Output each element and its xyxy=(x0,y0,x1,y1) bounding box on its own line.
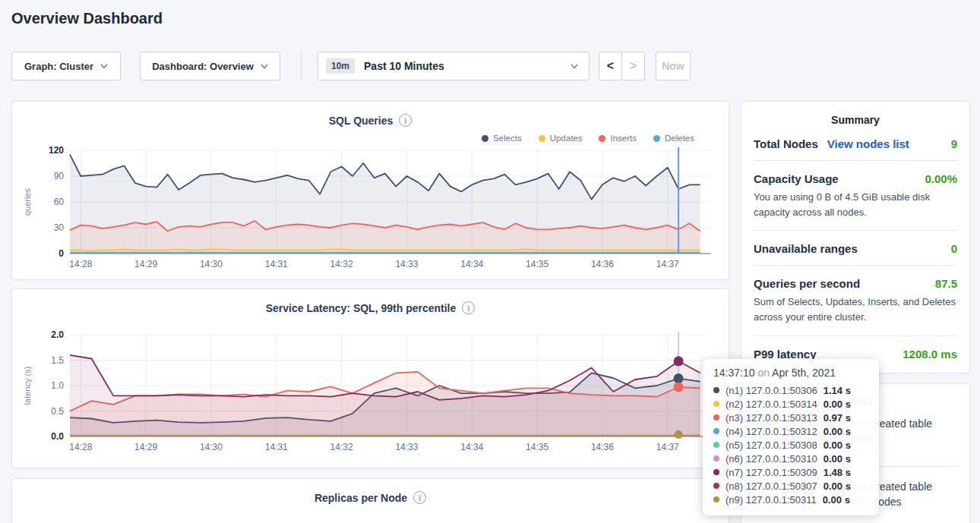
summary-panel: Summary Total Nodes View nodes list 9 Ca… xyxy=(741,101,970,373)
p99-latency-value: 1208.0 ms xyxy=(903,348,957,361)
svg-text:14:29: 14:29 xyxy=(134,259,157,269)
svg-text:1.5: 1.5 xyxy=(51,355,64,366)
summary-unavailable-ranges: Unavailable ranges 0 xyxy=(754,242,957,255)
view-nodes-list-link[interactable]: View nodes list xyxy=(827,137,909,150)
divider xyxy=(754,230,957,231)
replicas-per-node-title: Replicas per Node i xyxy=(12,479,729,504)
info-icon[interactable]: i xyxy=(399,114,412,127)
svg-text:14:28: 14:28 xyxy=(69,442,92,452)
graph-dropdown-label: Graph: Cluster xyxy=(24,61,93,72)
svg-text:14:28: 14:28 xyxy=(69,259,92,269)
svg-text:14:33: 14:33 xyxy=(395,442,418,452)
controls-divider xyxy=(301,52,302,80)
graph-dropdown[interactable]: Graph: Cluster xyxy=(11,52,121,80)
summary-title: Summary xyxy=(741,114,969,126)
svg-text:14:34: 14:34 xyxy=(460,442,483,452)
node-color-dot xyxy=(713,483,719,489)
time-range-badge: 10m xyxy=(326,58,355,74)
svg-text:14:32: 14:32 xyxy=(330,442,353,452)
svg-text:14:35: 14:35 xyxy=(526,259,548,269)
svg-text:14:32: 14:32 xyxy=(330,259,353,269)
tooltip-row: (n5) 127.0.0.1:503080.00 s xyxy=(713,438,868,452)
svg-text:60: 60 xyxy=(54,197,65,207)
chevron-down-icon xyxy=(100,64,108,69)
node-color-dot xyxy=(713,428,719,434)
svg-text:14:37: 14:37 xyxy=(656,442,679,452)
tooltip-row: (n9) 127.0.0.1:503110.00 s xyxy=(713,493,868,506)
svg-text:14:31: 14:31 xyxy=(265,442,288,452)
service-latency-title: Service Latency: SQL, 99th percentile i xyxy=(12,289,729,314)
svg-text:2.0: 2.0 xyxy=(51,329,64,340)
chevron-down-icon xyxy=(571,64,578,69)
node-color-dot xyxy=(713,401,719,407)
svg-text:14:35: 14:35 xyxy=(526,442,548,452)
time-range-dropdown[interactable]: 10m Past 10 Minutes xyxy=(318,52,590,80)
tooltip-row: (n2) 127.0.0.1:503140.00 s xyxy=(713,397,868,411)
tooltip-row: (n1) 127.0.0.1:503061.14 s xyxy=(713,383,868,397)
node-color-dot xyxy=(713,455,719,462)
summary-total-nodes: Total Nodes View nodes list 9 xyxy=(754,137,957,150)
tooltip-row: (n8) 127.0.0.1:503070.00 s xyxy=(713,479,868,493)
tooltip-row: (n4) 127.0.0.1:503120.00 s xyxy=(713,424,868,438)
node-color-dot xyxy=(713,442,719,448)
time-range-label: Past 10 Minutes xyxy=(364,60,444,72)
svg-text:0.0: 0.0 xyxy=(51,431,64,442)
divider xyxy=(754,160,957,161)
svg-text:14:36: 14:36 xyxy=(591,259,614,269)
svg-text:90: 90 xyxy=(54,171,65,181)
divider xyxy=(754,265,957,266)
dashboard-dropdown-label: Dashboard: Overview xyxy=(152,61,254,72)
divider xyxy=(754,336,957,336)
time-now-button[interactable]: Now xyxy=(656,52,691,80)
info-icon[interactable]: i xyxy=(462,301,475,314)
svg-text:14:34: 14:34 xyxy=(460,259,483,269)
summary-capacity-usage: Capacity Usage 0.00% xyxy=(754,172,957,185)
svg-text:14:30: 14:30 xyxy=(200,442,223,452)
unavailable-ranges-value: 0 xyxy=(951,242,957,255)
svg-text:14:37: 14:37 xyxy=(656,259,679,269)
node-color-dot xyxy=(713,414,719,421)
chevron-down-icon xyxy=(261,64,268,69)
tooltip-row: (n6) 127.0.0.1:503100.00 s xyxy=(713,452,868,465)
node-color-dot xyxy=(713,469,719,475)
node-color-dot xyxy=(713,496,719,503)
sql-queries-chart[interactable]: 030609012014:2814:2914:3014:3114:3214:33… xyxy=(18,141,721,278)
chart-hover-tooltip: 14:37:10 on Apr 5th, 2021 (n1) 127.0.0.1… xyxy=(703,359,879,515)
replicas-per-node-card: Replicas per Node i xyxy=(11,478,729,523)
queries-per-second-value: 87.5 xyxy=(935,277,957,290)
svg-text:30: 30 xyxy=(54,222,65,233)
svg-text:14:30: 14:30 xyxy=(200,259,223,269)
page-title: Overview Dashboard xyxy=(11,10,163,27)
queries-per-second-desc: Sum of Selects, Updates, Inserts, and De… xyxy=(754,295,957,325)
dashboard-dropdown[interactable]: Dashboard: Overview xyxy=(140,52,280,80)
time-next-button[interactable]: > xyxy=(621,52,645,80)
info-icon[interactable]: i xyxy=(413,491,426,504)
svg-text:0: 0 xyxy=(58,248,64,259)
svg-text:120: 120 xyxy=(49,145,64,156)
summary-queries-per-second: Queries per second 87.5 xyxy=(754,277,957,290)
next-arrow-icon: > xyxy=(630,59,637,73)
sql-queries-title: SQL Queries i xyxy=(12,102,729,127)
total-nodes-value: 9 xyxy=(951,137,957,150)
time-prev-button[interactable]: < xyxy=(599,52,622,80)
capacity-usage-value: 0.00% xyxy=(925,172,957,185)
svg-text:latency (s): latency (s) xyxy=(23,367,32,405)
service-latency-card: Service Latency: SQL, 99th percentile i … xyxy=(11,288,729,468)
service-latency-chart[interactable]: 0.00.51.01.52.014:2814:2914:3014:3114:32… xyxy=(18,327,721,464)
svg-text:1.0: 1.0 xyxy=(51,380,64,391)
svg-text:0.5: 0.5 xyxy=(51,406,64,417)
svg-text:14:33: 14:33 xyxy=(395,259,418,269)
tooltip-row: (n3) 127.0.0.1:503130.97 s xyxy=(713,411,868,424)
capacity-usage-desc: You are using 0 B of 4.5 GiB usable disk… xyxy=(754,190,957,220)
svg-text:14:31: 14:31 xyxy=(265,259,288,269)
svg-text:queries: queries xyxy=(23,187,32,216)
summary-p99-latency: P99 latency 1208.0 ms xyxy=(754,348,957,361)
tooltip-timestamp: 14:37:10 on Apr 5th, 2021 xyxy=(713,367,868,379)
svg-text:14:36: 14:36 xyxy=(591,442,614,452)
svg-text:14:29: 14:29 xyxy=(134,442,157,452)
node-color-dot xyxy=(713,387,719,393)
prev-arrow-icon: < xyxy=(607,59,614,73)
tooltip-row: (n7) 127.0.0.1:503091.48 s xyxy=(713,465,868,479)
sql-queries-card: SQL Queries i SelectsUpdatesInsertsDelet… xyxy=(11,101,729,280)
